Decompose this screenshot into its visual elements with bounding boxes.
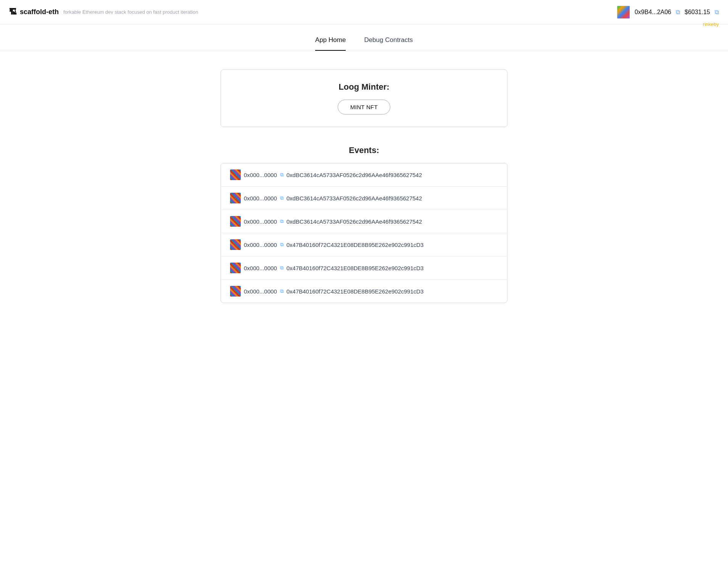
events-section: Events: 0x000...0000 ⧉ 0xdBC3614cA5733AF… (221, 145, 507, 303)
header: 🏗 scaffold-eth forkable Ethereum dev sta… (0, 0, 728, 24)
copy-event-icon[interactable]: ⧉ (280, 172, 283, 178)
main-nav: App Home Debug Contracts (0, 27, 728, 51)
app-logo: 🏗 scaffold-eth (9, 8, 59, 16)
event-avatar (230, 239, 241, 250)
event-avatar (230, 216, 241, 227)
header-right: 0x9B4...2A06 ⧉ $6031.15 ⧉ (617, 6, 719, 19)
event-from: 0x000...0000 (244, 218, 277, 225)
event-to: 0x47B40160f72C4321E08DE8B95E262e902c991c… (287, 242, 424, 248)
event-to: 0xdBC3614cA5733AF0526c2d96AAe46f93656275… (287, 172, 422, 178)
copy-event-icon[interactable]: ⧉ (280, 242, 283, 248)
main-content: Loog Minter: MINT NFT Events: 0x000...00… (211, 51, 517, 321)
event-to: 0xdBC3614cA5733AF0526c2d96AAe46f93656275… (287, 218, 422, 225)
event-from: 0x000...0000 (244, 195, 277, 202)
minter-card: Loog Minter: MINT NFT (221, 69, 507, 127)
event-from: 0x000...0000 (244, 172, 277, 178)
events-title: Events: (221, 145, 507, 155)
copy-event-icon[interactable]: ⧉ (280, 288, 283, 294)
event-from: 0x000...0000 (244, 288, 277, 295)
event-row: 0x000...0000 ⧉ 0xdBC3614cA5733AF0526c2d9… (221, 187, 507, 210)
event-row: 0x000...0000 ⧉ 0x47B40160f72C4321E08DE8B… (221, 280, 507, 303)
copy-event-icon[interactable]: ⧉ (280, 195, 283, 201)
event-avatar (230, 263, 241, 273)
copy-event-icon[interactable]: ⧉ (280, 265, 283, 271)
event-row: 0x000...0000 ⧉ 0x47B40160f72C4321E08DE8B… (221, 256, 507, 280)
mint-nft-button[interactable]: MINT NFT (338, 100, 390, 114)
event-row: 0x000...0000 ⧉ 0xdBC3614cA5733AF0526c2d9… (221, 163, 507, 187)
logo-icon: 🏗 (9, 8, 17, 16)
nav-debug-contracts[interactable]: Debug Contracts (364, 36, 413, 51)
network-name: rinkeby (0, 21, 728, 27)
event-row: 0x000...0000 ⧉ 0x47B40160f72C4321E08DE8B… (221, 233, 507, 256)
wallet-address[interactable]: 0x9B4...2A06 (635, 9, 671, 16)
event-avatar (230, 169, 241, 180)
event-row: 0x000...0000 ⧉ 0xdBC3614cA5733AF0526c2d9… (221, 210, 507, 233)
events-list: 0x000...0000 ⧉ 0xdBC3614cA5733AF0526c2d9… (221, 163, 507, 303)
minter-title: Loog Minter: (233, 82, 495, 92)
copy-address-icon[interactable]: ⧉ (676, 9, 680, 16)
copy-event-icon[interactable]: ⧉ (280, 218, 283, 224)
event-from: 0x000...0000 (244, 265, 277, 271)
event-to: 0xdBC3614cA5733AF0526c2d96AAe46f93656275… (287, 195, 422, 202)
wallet-avatar (617, 6, 630, 19)
event-avatar (230, 286, 241, 297)
wallet-balance: $6031.15 (685, 9, 710, 16)
event-to: 0x47B40160f72C4321E08DE8B95E262e902c991c… (287, 288, 424, 295)
event-avatar (230, 193, 241, 203)
app-tagline: forkable Ethereum dev stack focused on f… (63, 9, 612, 15)
event-from: 0x000...0000 (244, 242, 277, 248)
app-name: scaffold-eth (20, 8, 59, 16)
nav-app-home[interactable]: App Home (315, 36, 346, 51)
network-icon[interactable]: ⧉ (715, 9, 719, 16)
event-to: 0x47B40160f72C4321E08DE8B95E262e902c991c… (287, 265, 424, 271)
